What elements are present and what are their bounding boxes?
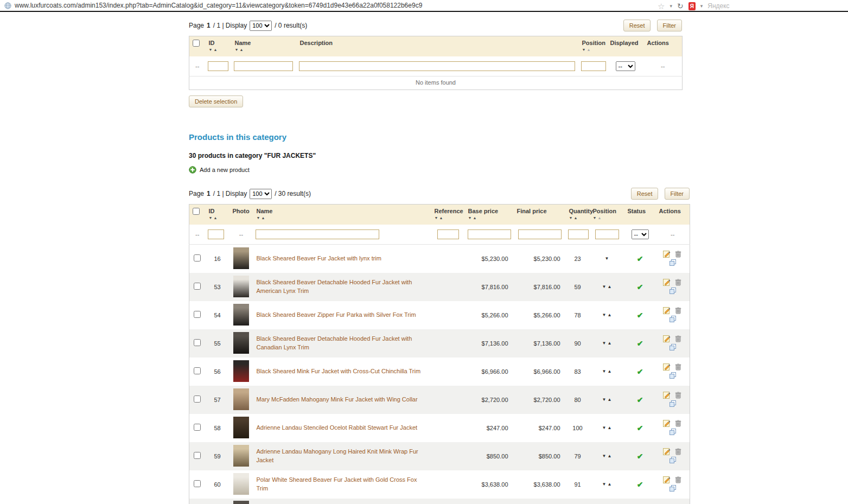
yandex-icon[interactable]: Я	[688, 2, 696, 10]
position-down-icon[interactable]: ▼	[605, 256, 609, 261]
position-down-icon[interactable]: ▼	[602, 482, 607, 487]
status-enabled-icon[interactable]: ✔	[637, 452, 643, 461]
row-checkbox[interactable]	[194, 339, 201, 346]
sort-desc-icon[interactable]: ▼	[582, 48, 586, 52]
delete-icon[interactable]	[674, 307, 682, 315]
status-enabled-icon[interactable]: ✔	[637, 339, 643, 348]
row-checkbox[interactable]	[194, 395, 201, 403]
status-enabled-icon[interactable]: ✔	[637, 367, 643, 376]
filter-status-select[interactable]: --	[632, 229, 649, 239]
reset-button[interactable]: Reset	[631, 188, 659, 200]
row-checkbox[interactable]	[194, 367, 201, 374]
edit-icon[interactable]	[663, 278, 671, 287]
position-down-icon[interactable]: ▼	[602, 284, 607, 289]
add-product-link[interactable]: Add a new product	[189, 166, 250, 174]
status-enabled-icon[interactable]: ✔	[637, 311, 643, 320]
filter-button[interactable]: Filter	[665, 188, 690, 200]
product-name-link[interactable]: Polar White Sheared Beaver Fur Jacket wi…	[257, 476, 428, 493]
edit-icon[interactable]	[663, 307, 671, 315]
sort-desc-icon[interactable]: ▼	[435, 216, 438, 220]
duplicate-icon[interactable]	[669, 287, 677, 296]
status-enabled-icon[interactable]: ✔	[637, 395, 643, 404]
filter-id-input[interactable]	[208, 229, 224, 239]
status-enabled-icon[interactable]: ✔	[637, 254, 643, 263]
delete-icon[interactable]	[674, 448, 682, 456]
edit-icon[interactable]	[663, 391, 671, 400]
position-down-icon[interactable]: ▼	[602, 369, 607, 374]
row-checkbox[interactable]	[194, 424, 201, 431]
delete-icon[interactable]	[674, 250, 682, 259]
filter-quantity-input[interactable]	[568, 229, 589, 239]
product-name-link[interactable]: Black Sheared Mink Fur Jacket with Cross…	[257, 367, 421, 375]
sort-desc-icon[interactable]: ▼	[468, 216, 472, 220]
product-name-link[interactable]: Adrienne Landau Mahogany Long Haired Kni…	[257, 448, 428, 464]
status-enabled-icon[interactable]: ✔	[637, 424, 643, 432]
favorites-dropdown-icon[interactable]: ▾	[670, 4, 672, 9]
product-name-link[interactable]: Black Sheared Beaver Detachable Hooded F…	[257, 335, 428, 352]
filter-button[interactable]: Filter	[657, 20, 682, 31]
position-up-icon[interactable]: ▲	[608, 284, 612, 289]
sort-asc-icon[interactable]: ▲	[213, 48, 217, 52]
position-down-icon[interactable]: ▼	[602, 312, 607, 317]
position-up-icon[interactable]: ▲	[608, 341, 612, 346]
sort-asc-icon[interactable]: ▲	[573, 216, 577, 220]
sort-desc-icon[interactable]: ▼	[209, 48, 213, 52]
position-up-icon[interactable]: ▲	[608, 454, 612, 458]
edit-icon[interactable]	[663, 419, 671, 428]
filter-reference-input[interactable]	[437, 229, 459, 239]
display-count-select[interactable]: 100	[250, 189, 272, 199]
edit-icon[interactable]	[663, 335, 671, 343]
filter-final-price-input[interactable]	[518, 229, 562, 239]
filter-name-input[interactable]	[256, 229, 379, 239]
yandex-dropdown-icon[interactable]: ▾	[700, 4, 703, 9]
filter-id-input[interactable]	[208, 61, 228, 71]
sort-desc-icon[interactable]: ▼	[593, 216, 597, 220]
filter-name-input[interactable]	[234, 61, 293, 71]
sort-asc-icon[interactable]: ▲	[261, 216, 265, 220]
delete-icon[interactable]	[674, 335, 682, 343]
refresh-icon[interactable]: ↻	[677, 2, 684, 10]
duplicate-icon[interactable]	[669, 259, 677, 267]
product-name-link[interactable]: Adrienne Landau Stenciled Ocelot Rabbit …	[257, 424, 418, 432]
position-down-icon[interactable]: ▼	[602, 397, 607, 402]
yandex-label[interactable]: Яндекс	[707, 2, 729, 10]
duplicate-icon[interactable]	[669, 315, 677, 324]
sort-asc-icon[interactable]: ▲	[473, 216, 476, 220]
filter-displayed-select[interactable]: --	[616, 61, 635, 71]
duplicate-icon[interactable]	[669, 400, 677, 409]
row-checkbox[interactable]	[194, 311, 201, 318]
filter-description-input[interactable]	[299, 61, 575, 71]
row-checkbox[interactable]	[194, 254, 201, 261]
delete-selection-button[interactable]: Delete selection	[189, 95, 243, 107]
product-name-link[interactable]: Black Sheared Beaver Fur Jacket with lyn…	[257, 254, 381, 263]
duplicate-icon[interactable]	[669, 343, 677, 352]
duplicate-icon[interactable]	[669, 456, 677, 465]
sort-desc-icon[interactable]: ▼	[257, 216, 260, 220]
sort-asc-icon[interactable]: ▲	[213, 216, 217, 220]
sort-desc-icon[interactable]: ▼	[569, 216, 573, 220]
status-enabled-icon[interactable]: ✔	[637, 283, 643, 291]
delete-icon[interactable]	[674, 363, 682, 372]
duplicate-icon[interactable]	[669, 484, 677, 493]
row-checkbox[interactable]	[194, 283, 201, 290]
sort-asc-icon[interactable]: ▲	[586, 48, 590, 52]
position-down-icon[interactable]: ▼	[602, 454, 607, 458]
position-down-icon[interactable]: ▼	[602, 341, 607, 346]
sort-asc-icon[interactable]: ▲	[597, 216, 601, 220]
favorites-star-icon[interactable]: ☆	[658, 2, 665, 10]
edit-icon[interactable]	[663, 476, 671, 484]
product-name-link[interactable]: Mary McFadden Mahogany Mink Fur Jacket w…	[257, 395, 418, 404]
select-all-checkbox[interactable]	[193, 208, 200, 215]
position-up-icon[interactable]: ▲	[608, 369, 612, 374]
filter-base-price-input[interactable]	[468, 229, 511, 239]
row-checkbox[interactable]	[194, 480, 201, 487]
sort-desc-icon[interactable]: ▼	[209, 216, 213, 220]
delete-icon[interactable]	[674, 476, 682, 484]
position-up-icon[interactable]: ▲	[608, 482, 612, 487]
sort-asc-icon[interactable]: ▲	[439, 216, 443, 220]
position-up-icon[interactable]: ▲	[608, 425, 612, 430]
position-up-icon[interactable]: ▲	[608, 312, 612, 317]
edit-icon[interactable]	[663, 448, 671, 456]
delete-icon[interactable]	[674, 278, 682, 287]
product-name-link[interactable]: Black Sheared Beaver Zipper Fur Parka wi…	[257, 311, 416, 319]
